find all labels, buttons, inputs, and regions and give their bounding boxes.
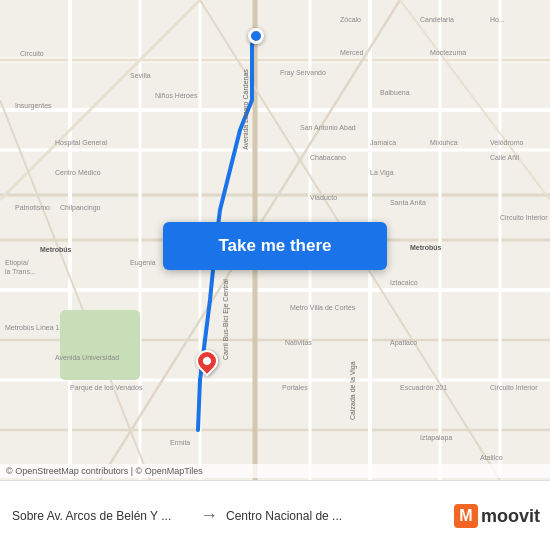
svg-text:Calzada de la Viga: Calzada de la Viga: [349, 361, 357, 420]
svg-text:Parque de los Venados: Parque de los Venados: [70, 384, 143, 392]
svg-text:Candelaria: Candelaria: [420, 16, 454, 23]
svg-text:Viaducto: Viaducto: [310, 194, 337, 201]
svg-text:Hospital General: Hospital General: [55, 139, 108, 147]
map-attribution: © OpenStreetMap contributors | © OpenMap…: [0, 464, 550, 478]
svg-text:Iztapalapa: Iztapalapa: [420, 434, 452, 442]
svg-text:Santa Anita: Santa Anita: [390, 199, 426, 206]
svg-text:Carril Bus-Bici Eje Central: Carril Bus-Bici Eje Central: [222, 279, 230, 360]
map-container: Circuito Sevilla Insurgentes Niños Héroe…: [0, 0, 550, 480]
svg-text:Eugenia: Eugenia: [130, 259, 156, 267]
svg-text:Circuito Interior: Circuito Interior: [490, 384, 538, 391]
svg-text:Mixiuhca: Mixiuhca: [430, 139, 458, 146]
svg-text:Metrobús Línea 1: Metrobús Línea 1: [5, 324, 60, 331]
svg-text:Escuadrón 201: Escuadrón 201: [400, 384, 447, 391]
route-arrow-icon: →: [200, 505, 218, 526]
svg-text:Circuito Interior: Circuito Interior: [500, 214, 548, 221]
svg-text:Velódromo: Velódromo: [490, 139, 524, 146]
destination-pin: [196, 350, 218, 372]
svg-text:Metrobús: Metrobús: [410, 244, 442, 251]
svg-text:Ho...: Ho...: [490, 16, 505, 23]
svg-text:Nativitas: Nativitas: [285, 339, 312, 346]
svg-text:Atalilco: Atalilco: [480, 454, 503, 461]
svg-rect-24: [60, 310, 140, 380]
svg-text:San Antonio Abad: San Antonio Abad: [300, 124, 356, 131]
svg-text:Calle Añil: Calle Añil: [490, 154, 520, 161]
origin-pin: [248, 28, 264, 44]
svg-text:Metro Villa de Cortés: Metro Villa de Cortés: [290, 304, 356, 311]
svg-text:Sevilla: Sevilla: [130, 72, 151, 79]
svg-text:Ermita: Ermita: [170, 439, 190, 446]
svg-text:Zócalo: Zócalo: [340, 16, 361, 23]
moovit-logo: M moovit: [454, 504, 540, 528]
moovit-logo-icon: M: [454, 504, 478, 528]
svg-text:La Viga: La Viga: [370, 169, 394, 177]
route-origin: Sobre Av. Arcos de Belén Y ...: [12, 509, 192, 523]
svg-text:Etiopía/: Etiopía/: [5, 259, 29, 267]
svg-text:Circuito: Circuito: [20, 50, 44, 57]
svg-text:Patriotismo: Patriotismo: [15, 204, 50, 211]
svg-text:Insurgentes: Insurgentes: [15, 102, 52, 110]
take-me-there-button[interactable]: Take me there: [163, 222, 387, 270]
svg-text:Chilpancingo: Chilpancingo: [60, 204, 101, 212]
svg-text:Fray Servando: Fray Servando: [280, 69, 326, 77]
bottom-bar: Sobre Av. Arcos de Belén Y ... → Centro …: [0, 480, 550, 550]
svg-text:Centro Médico: Centro Médico: [55, 169, 101, 176]
svg-text:Avenida Universidad: Avenida Universidad: [55, 354, 119, 361]
svg-text:Portales: Portales: [282, 384, 308, 391]
svg-text:Avenida Lázaro Cárdenas: Avenida Lázaro Cárdenas: [242, 69, 249, 150]
svg-text:Moctezuma: Moctezuma: [430, 49, 466, 56]
svg-text:Iztacalco: Iztacalco: [390, 279, 418, 286]
svg-text:Merced: Merced: [340, 49, 363, 56]
svg-text:Balbuena: Balbuena: [380, 89, 410, 96]
moovit-logo-text: moovit: [481, 506, 540, 527]
route-destination: Centro Nacional de ...: [226, 509, 406, 523]
svg-text:Jamaica: Jamaica: [370, 139, 396, 146]
svg-text:Metrobús: Metrobús: [40, 246, 72, 253]
svg-text:la Trans...: la Trans...: [5, 268, 36, 275]
svg-text:Apatlaco: Apatlaco: [390, 339, 417, 347]
svg-text:Chabacano: Chabacano: [310, 154, 346, 161]
svg-text:Niños Héroes: Niños Héroes: [155, 92, 198, 99]
